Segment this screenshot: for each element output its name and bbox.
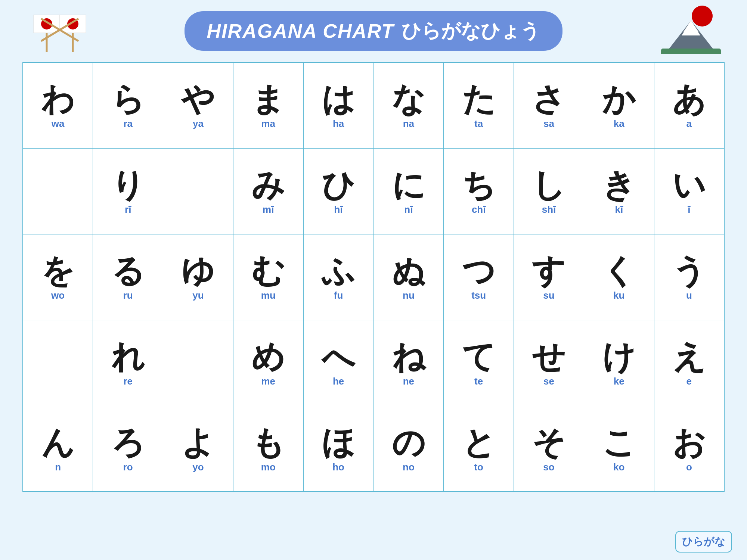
hiragana-character: る bbox=[111, 255, 145, 287]
hiragana-character: ゆ bbox=[181, 255, 215, 287]
table-cell: よyo bbox=[163, 406, 233, 492]
romaji-text: yo bbox=[192, 461, 204, 473]
table-cell: わwa bbox=[23, 62, 93, 148]
hiragana-chart: わwaらraやyaまmaはhaなnaたtaさsaかkaあaりrīみmīひhīにn… bbox=[22, 62, 725, 492]
romaji-text: ī bbox=[688, 204, 690, 215]
hiragana-character: ひ bbox=[322, 169, 355, 202]
hiragana-character: や bbox=[181, 83, 215, 116]
table-cell: さsa bbox=[514, 62, 584, 148]
hiragana-character: ん bbox=[41, 426, 75, 459]
footer-logo: ひらがな bbox=[675, 531, 732, 553]
hiragana-character: す bbox=[532, 255, 565, 287]
table-cell: はha bbox=[303, 62, 374, 148]
hiragana-character: き bbox=[602, 169, 636, 202]
romaji-text: mo bbox=[261, 461, 276, 473]
table-cell: きkī bbox=[584, 148, 654, 234]
romaji-text: me bbox=[261, 376, 276, 387]
romaji-text: he bbox=[333, 376, 344, 387]
hiragana-character: に bbox=[392, 169, 425, 202]
footer-logo-text: ひらがな bbox=[682, 536, 725, 547]
table-cell: ちchī bbox=[444, 148, 514, 234]
hiragana-character: け bbox=[602, 340, 636, 373]
table-cell: ぬnu bbox=[374, 234, 444, 320]
hiragana-character: ぬ bbox=[392, 255, 425, 287]
romaji-text: ha bbox=[333, 118, 344, 130]
hiragana-character: よ bbox=[181, 426, 215, 459]
table-cell: んn bbox=[23, 406, 93, 492]
svg-rect-12 bbox=[661, 49, 721, 54]
hiragana-character: め bbox=[251, 340, 285, 373]
romaji-text: a bbox=[686, 118, 692, 130]
romaji-text: nu bbox=[403, 290, 415, 301]
table-cell: すsu bbox=[514, 234, 584, 320]
romaji-text: wo bbox=[51, 290, 65, 301]
romaji-text: rī bbox=[125, 204, 131, 215]
table-cell: しshī bbox=[514, 148, 584, 234]
romaji-text: to bbox=[474, 461, 483, 473]
romaji-text: ho bbox=[332, 461, 344, 473]
romaji-text: ya bbox=[193, 118, 204, 130]
romaji-text: ka bbox=[614, 118, 624, 130]
hiragana-character: れ bbox=[111, 340, 145, 373]
hiragana-character: へ bbox=[322, 340, 355, 373]
romaji-text: ro bbox=[123, 461, 133, 473]
flags-decoration bbox=[26, 7, 93, 56]
table-cell: おo bbox=[654, 406, 724, 492]
table-cell: むmu bbox=[233, 234, 303, 320]
hiragana-character: ほ bbox=[322, 426, 355, 459]
romaji-text: sa bbox=[543, 118, 554, 130]
table-cell bbox=[23, 148, 93, 234]
table-cell: せse bbox=[514, 320, 584, 406]
hiragana-character: わ bbox=[41, 83, 75, 116]
hiragana-character: な bbox=[392, 83, 425, 116]
table-cell: にnī bbox=[374, 148, 444, 234]
romaji-text: u bbox=[686, 290, 692, 301]
table-cell: へhe bbox=[303, 320, 374, 406]
hiragana-character: ち bbox=[462, 169, 496, 202]
romaji-text: no bbox=[403, 461, 415, 473]
hiragana-character: は bbox=[322, 83, 355, 116]
romaji-text: ne bbox=[403, 376, 414, 387]
romaji-text: nī bbox=[404, 204, 413, 215]
table-cell: ねne bbox=[374, 320, 444, 406]
hiragana-character: う bbox=[672, 255, 706, 287]
romaji-text: mī bbox=[263, 204, 274, 215]
table-cell: かka bbox=[584, 62, 654, 148]
table-cell: まma bbox=[233, 62, 303, 148]
romaji-text: su bbox=[543, 290, 554, 301]
table-cell: ゆyu bbox=[163, 234, 233, 320]
hiragana-character: い bbox=[672, 169, 706, 202]
table-cell: あa bbox=[654, 62, 724, 148]
table-cell: なna bbox=[374, 62, 444, 148]
table-cell: ひhī bbox=[303, 148, 374, 234]
hiragana-character: を bbox=[41, 255, 75, 287]
romaji-text: wa bbox=[52, 118, 65, 130]
table-cell: ろro bbox=[93, 406, 163, 492]
table-cell: もmo bbox=[233, 406, 303, 492]
table-cell: れre bbox=[93, 320, 163, 406]
table-cell: とto bbox=[444, 406, 514, 492]
hiragana-character: つ bbox=[462, 255, 496, 287]
mt-fuji-decoration bbox=[661, 6, 721, 54]
table-cell bbox=[23, 320, 93, 406]
table-cell: てte bbox=[444, 320, 514, 406]
hiragana-character: お bbox=[672, 426, 706, 459]
page-container: HIRAGANA CHART ひらがなひょう わwaらraやyaまmaはhaなn… bbox=[0, 0, 747, 560]
hiragana-character: り bbox=[111, 169, 145, 202]
hiragana-character: み bbox=[251, 169, 285, 202]
romaji-text: fu bbox=[334, 290, 343, 301]
table-cell: そso bbox=[514, 406, 584, 492]
romaji-text: mu bbox=[261, 290, 276, 301]
romaji-text: o bbox=[686, 461, 692, 473]
romaji-text: so bbox=[543, 461, 554, 473]
title-banner: HIRAGANA CHART ひらがなひょう bbox=[185, 11, 563, 51]
title-japanese: ひらがなひょう bbox=[402, 18, 540, 44]
hiragana-character: む bbox=[251, 255, 285, 287]
hiragana-character: ら bbox=[111, 83, 145, 116]
romaji-text: ta bbox=[474, 118, 483, 130]
table-cell: こko bbox=[584, 406, 654, 492]
romaji-text: n bbox=[55, 461, 61, 473]
hiragana-character: か bbox=[602, 83, 636, 116]
romaji-text: shī bbox=[542, 204, 556, 215]
hiragana-character: そ bbox=[532, 426, 565, 459]
